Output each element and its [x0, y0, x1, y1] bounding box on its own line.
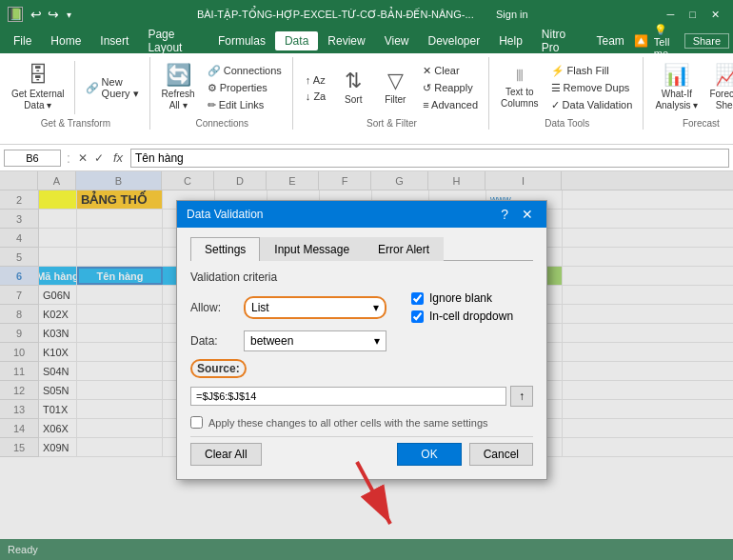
- apply-checkbox[interactable]: [190, 416, 203, 429]
- dialog-action-btns: OK Cancel: [397, 443, 533, 466]
- title-text: BÀI-TẬP-TỔNG-HỢP-EXCEL-TỪ-CƠ-BẢN-ĐẾN-NÂN…: [197, 9, 474, 20]
- dialog-body: Settings Input Message Error Alert Valid…: [177, 228, 546, 479]
- dialog-title: Data Validation: [187, 208, 264, 221]
- remove-dups-btn[interactable]: ☰ Remove Dups: [546, 80, 638, 96]
- text-to-columns-btn[interactable]: ⫴ Text toColumns: [497, 57, 542, 118]
- dialog-title-buttons: ? ✕: [497, 207, 537, 222]
- advanced-btn[interactable]: ≡ Advanced: [418, 97, 483, 112]
- menu-help[interactable]: Help: [489, 31, 532, 50]
- redo-btn[interactable]: ↪: [46, 7, 61, 22]
- text-to-columns-label: Text toColumns: [501, 87, 538, 110]
- ribbon-group-forecast: 📊 What-IfAnalysis ▾ 📈 ForecastSheet Fore…: [645, 57, 733, 130]
- get-external-data-btn[interactable]: 🗄 Get ExternalData ▾: [8, 57, 69, 118]
- menu-home[interactable]: Home: [41, 31, 90, 50]
- menu-team[interactable]: Team: [586, 31, 633, 50]
- menu-view[interactable]: View: [375, 31, 419, 50]
- allow-dropdown-icon: ▾: [373, 301, 379, 314]
- what-if-icon: 📊: [664, 65, 689, 86]
- clear-filter-btn[interactable]: ✕ Clear: [418, 63, 483, 79]
- ribbon-collapse[interactable]: 🔼: [634, 34, 648, 48]
- sign-in-btn[interactable]: Sign in: [488, 7, 536, 22]
- maximize-btn[interactable]: □: [683, 7, 702, 22]
- menu-bar: File Home Insert Page Layout Formulas Da…: [0, 29, 733, 53]
- excel-icon: 📗: [8, 7, 23, 22]
- menu-formulas[interactable]: Formulas: [208, 31, 275, 50]
- menu-insert[interactable]: Insert: [90, 31, 138, 50]
- refresh-icon: 🔄: [166, 65, 191, 86]
- query-col: 🔗 NewQuery ▾: [81, 74, 144, 102]
- menu-file[interactable]: File: [4, 31, 41, 50]
- window-title: BÀI-TẬP-TỔNG-HỢP-EXCEL-TỪ-CƠ-BẢN-ĐẾN-NÂN…: [71, 9, 662, 21]
- ribbon-divider-1: [74, 61, 75, 114]
- in-cell-dropdown-checkbox[interactable]: [411, 310, 424, 323]
- tab-settings[interactable]: Settings: [190, 237, 260, 261]
- sort-az-btn[interactable]: ↑ Az: [301, 72, 330, 88]
- menu-developer[interactable]: Developer: [418, 31, 489, 50]
- ignore-blank-checkbox[interactable]: [411, 292, 424, 305]
- formula-separator: :: [67, 150, 70, 166]
- edit-links-btn[interactable]: ✏ Edit Links: [203, 97, 287, 113]
- ribbon-group-connections: 🔄 RefreshAll ▾ 🔗 Connections ⚙ Propertie…: [152, 57, 293, 130]
- title-bar-left: 📗 ↩ ↪ ▾: [8, 7, 71, 22]
- data-select[interactable]: between ▾: [244, 330, 386, 351]
- what-if-btn[interactable]: 📊 What-IfAnalysis ▾: [651, 57, 702, 118]
- cancel-btn[interactable]: Cancel: [469, 443, 533, 466]
- refresh-all-btn[interactable]: 🔄 RefreshAll ▾: [158, 57, 199, 118]
- tab-error-alert[interactable]: Error Alert: [364, 237, 444, 261]
- data-tools-label: Data Tools: [545, 118, 589, 130]
- source-row: Source:: [190, 359, 533, 378]
- minimize-btn[interactable]: ─: [662, 7, 681, 22]
- cancel-formula-icon[interactable]: ✕: [76, 151, 89, 165]
- flash-fill-btn[interactable]: ⚡ Flash Fill: [546, 63, 638, 79]
- data-label: Data:: [190, 334, 238, 348]
- close-btn[interactable]: ✕: [705, 7, 725, 23]
- checkboxes: Ignore blank In-cell dropdown: [411, 291, 513, 323]
- ribbon-group-get-transform: 🗄 Get ExternalData ▾ 🔗 NewQuery ▾ Get & …: [2, 57, 150, 130]
- new-query-btn[interactable]: 🔗 NewQuery ▾: [81, 74, 144, 102]
- dialog-close-btn[interactable]: ✕: [518, 207, 537, 222]
- forecast-content: 📊 What-IfAnalysis ▾ 📈 ForecastSheet: [651, 57, 733, 118]
- data-tools-btns: ⚡ Flash Fill ☰ Remove Dups ✓ Data Valida…: [546, 63, 638, 113]
- dialog-help-btn[interactable]: ?: [497, 207, 512, 222]
- ribbon: 🗄 Get ExternalData ▾ 🔗 NewQuery ▾ Get & …: [0, 53, 733, 145]
- sort-za-btn[interactable]: ↓ Za: [301, 89, 330, 104]
- connections-btn[interactable]: 🔗 Connections: [203, 63, 287, 79]
- forecast-sheet-btn[interactable]: 📈 ForecastSheet: [705, 57, 733, 118]
- svg-line-1: [357, 462, 390, 524]
- data-dropdown-icon: ▾: [374, 334, 380, 348]
- source-input[interactable]: [190, 387, 506, 406]
- allow-select[interactable]: List ▾: [244, 296, 386, 319]
- menu-nitro[interactable]: Nitro Pro: [532, 25, 587, 57]
- cell-ref-input[interactable]: [4, 150, 61, 167]
- tab-input-message[interactable]: Input Message: [260, 237, 364, 261]
- sort-btn[interactable]: ⇅ Sort: [334, 57, 372, 118]
- sort-btns: ↑ Az ↓ Za: [301, 72, 330, 104]
- filter-btn[interactable]: ▽ Filter: [376, 57, 414, 118]
- menu-page-layout[interactable]: Page Layout: [138, 25, 208, 57]
- source-ref-btn[interactable]: ↑: [510, 386, 533, 407]
- data-validation-btn[interactable]: ✓ Data Validation: [546, 97, 638, 113]
- text-to-columns-icon: ⫴: [516, 67, 524, 84]
- what-if-label: What-IfAnalysis ▾: [655, 89, 698, 111]
- ribbon-content: 🗄 Get ExternalData ▾ 🔗 NewQuery ▾ Get & …: [0, 53, 733, 130]
- new-query-label: NewQuery ▾: [102, 76, 139, 100]
- clear-all-btn[interactable]: Clear All: [190, 443, 262, 466]
- properties-btn[interactable]: ⚙ Properties: [203, 80, 287, 96]
- ignore-blank-row[interactable]: Ignore blank: [411, 291, 513, 305]
- forecast-label: ForecastSheet: [709, 89, 733, 111]
- data-row: Data: between ▾: [190, 330, 533, 351]
- spreadsheet-area: A B C D E F G H I 2 3 4 5 6 7 8 9 10 11 …: [0, 171, 733, 560]
- menu-review[interactable]: Review: [318, 31, 374, 50]
- source-input-row: ↑: [190, 386, 533, 407]
- in-cell-dropdown-row[interactable]: In-cell dropdown: [411, 310, 513, 323]
- undo-btn[interactable]: ↩: [29, 7, 44, 22]
- filter-icon: ▽: [387, 70, 404, 91]
- forecast-icon: 📈: [715, 65, 733, 86]
- reapply-btn[interactable]: ↺ Reapply: [418, 80, 483, 96]
- share-btn[interactable]: Share: [684, 33, 729, 49]
- confirm-formula-icon[interactable]: ✓: [92, 151, 106, 165]
- formula-input[interactable]: [130, 149, 729, 168]
- menu-data[interactable]: Data: [275, 31, 318, 50]
- allow-value: List: [251, 301, 369, 314]
- validation-criteria-title: Validation criteria: [190, 270, 533, 284]
